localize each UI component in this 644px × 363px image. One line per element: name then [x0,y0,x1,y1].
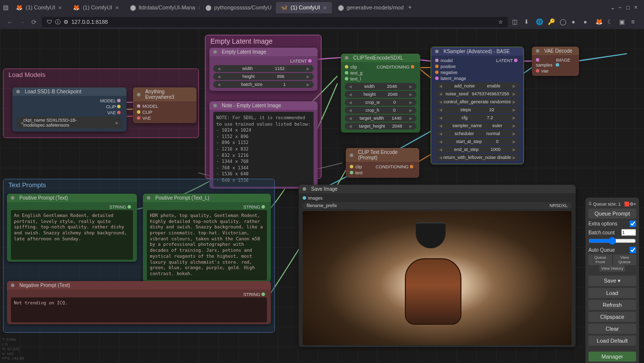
save-button[interactable]: Save ▾ [588,276,636,286]
width-widget[interactable]: ◀width1152▶ [213,65,314,72]
node-clip-sdxl[interactable]: CLIPTextEncodeSDXL clipCONDITIONING text… [341,54,420,133]
height-widget[interactable]: ◀height896▶ [213,73,314,80]
input-negative: negative [441,70,457,75]
node-clip-text-encode[interactable]: CLIP Text Encode (Prompt) clipCONDITIONI… [346,148,419,178]
close-icon[interactable]: × [323,4,327,11]
node-note[interactable]: Note - Empty Latent Image NOTE: For SDXL… [209,101,318,189]
app-menu-icon[interactable]: ▤ [3,4,10,11]
box-icon[interactable]: ▣ [619,18,626,25]
new-tab-icon[interactable]: + [408,4,415,11]
queue-front-button[interactable]: Queue Front [588,254,612,265]
output-cond: CONDITIONING [377,65,410,70]
param-return_with_leftover_noise[interactable]: ◀return_with_leftover_noisedisable▶ [435,154,519,161]
menu-icon[interactable]: ≡ [631,18,638,25]
minimize-icon[interactable]: − [618,4,625,11]
refresh-button[interactable]: Refresh [588,300,636,310]
close-icon[interactable]: × [407,4,407,11]
output-string: STRING [243,292,260,297]
tab-2[interactable]: 🦊(1) ComfyUI× [68,2,124,13]
info-icon: ⓘ [55,18,61,26]
auto-queue-checkbox[interactable] [630,247,636,253]
batch-widget[interactable]: ◀batch_size1▶ [213,81,314,88]
control-panel[interactable]: ⠿ Queue size: 1🟥⚙× Queue Prompt Extra op… [585,198,639,363]
node-save-image[interactable]: Save Image images filename_prefixNRSDXL [299,185,576,347]
manager-button[interactable]: Manager [588,352,636,362]
queue-size-row: ⠿ Queue size: 1🟥⚙× [588,201,636,208]
window-close-icon[interactable]: × [634,4,641,11]
github-icon[interactable]: ◯ [560,18,567,25]
tab-6[interactable]: ⬤generative-models/mod× [333,2,407,13]
batch-slider[interactable] [588,237,636,245]
param-scheduler[interactable]: ◀schedulernormal▶ [435,130,519,137]
globe-icon[interactable]: 🌐 [536,18,543,25]
node-positive-prompt[interactable]: Positive Prompt (Text) STRING An English… [7,194,137,262]
output-string: STRING [109,205,126,210]
node-positive-prompt-l[interactable]: Positive Prompt (Text_L) STRING HDR phot… [143,194,271,282]
extra-options-checkbox[interactable] [630,220,636,227]
node-title: Positive Prompt (Text) [19,195,68,201]
output-cond: CONDITIONING [376,164,409,169]
tab-3[interactable]: ⬤ltdrdata/ComfyUI-Mana× [125,2,199,13]
param-crop_h[interactable]: ◀crop_h0▶ [345,107,416,114]
prompt-text[interactable]: HDR photo, top quality, Gentleman Rodent… [147,210,267,280]
forward-icon[interactable]: → [18,18,26,26]
star-icon[interactable]: ☆ [498,19,503,25]
view-history-button[interactable]: View History [599,265,625,272]
param-crop_w[interactable]: ◀crop_w0▶ [345,99,416,106]
download-icon[interactable]: ⬇ [524,18,531,25]
moon-icon[interactable]: ☾ [607,18,614,25]
load-button[interactable]: Load [588,288,636,298]
view-queue-button[interactable]: View Queue [613,254,636,265]
load-default-button[interactable]: Load Default [588,336,636,346]
tab-4[interactable]: ⬤pythongosssss/ComfyU× [200,2,275,13]
close-icon[interactable]: × [58,4,62,11]
prompt-text[interactable]: Not trending on ICQ. [11,297,267,322]
clipspace-button[interactable]: Clipspace [588,312,636,322]
group-title: Text Prompts [3,179,274,191]
param-noise_seed[interactable]: ◀noise_seed947537469637258▶ [435,90,519,97]
node-negative-prompt[interactable]: Negative Prompt (Text) STRING Not trendi… [7,281,271,324]
circle-icon[interactable]: ● [572,18,579,25]
node-load-checkpoint[interactable]: Load SSD1-B Checkpoint MODEL CLIP VAE ◀c… [12,87,127,132]
close-icon[interactable]: × [115,4,119,11]
param-sampler_name[interactable]: ◀sampler_nameeuler▶ [435,122,519,129]
param-steps[interactable]: ◀steps22▶ [435,106,519,113]
param-start_at_step[interactable]: ◀start_at_step0▶ [435,138,519,145]
maximize-icon[interactable]: □ [626,4,633,11]
node-anything-everywhere[interactable]: Anything Everywhere3 MODEL CLIP VAE [133,87,196,123]
url-input[interactable]: 🛡 ⓘ ⚙ 127.0.0.1:8188 ☆ [42,17,508,27]
prompt-text[interactable]: An English Gentleman Rodent, detailed po… [11,210,133,260]
batch-count-input[interactable] [621,229,636,236]
param-control_after_generate[interactable]: ◀control_after_generaterandomize▶ [435,98,519,105]
node-vae-decode[interactable]: VAE Decode samplesIMAGE vae [532,47,579,76]
queue-prompt-button[interactable]: Queue Prompt [588,209,636,218]
chevron-down-icon[interactable]: ⌄ [610,4,617,11]
param-end_at_step[interactable]: ◀end_at_step1000▶ [435,146,519,153]
tab-1[interactable]: 🦊(1) ComfyUI× [11,2,67,13]
param-target_height[interactable]: ◀target_height2048▶ [345,123,416,130]
ckpt-name-widget[interactable]: ◀ckpt_name SDXL/SSD-1B-modelspec.safeten… [16,117,123,129]
circle2-icon[interactable]: ● [583,18,590,25]
clear-button[interactable]: Clear [588,324,636,334]
fox-icon[interactable]: 🦊 [595,18,602,25]
node-ksampler[interactable]: KSampler (Advanced) - BASE modelLATENT p… [431,47,524,164]
address-bar: ← → ⟳ 🛡 ⓘ ⚙ 127.0.0.1:8188 ☆ ◫ ⬇ 🌐 🔑 ◯ ●… [0,15,644,29]
back-icon[interactable]: ← [6,18,14,26]
param-cfg[interactable]: ◀cfg7.2▶ [435,114,519,121]
reload-icon[interactable]: ⟳ [30,18,38,26]
ext-icon[interactable]: ◫ [512,18,519,25]
close-icon[interactable]: × [198,4,199,11]
output-string: STRING [243,205,260,210]
browser-tabs: ▤ 🦊(1) ComfyUI× 🦊(1) ComfyUI× ⬤ltdrdata/… [0,0,644,15]
node-empty-latent[interactable]: Empty Latent Image LATENT ◀width1152▶ ◀h… [209,48,318,91]
group-title: Load Models [3,69,198,80]
param-height[interactable]: ◀height2048▶ [345,91,416,98]
param-add_noise[interactable]: ◀add_noiseenable▶ [435,82,519,89]
param-width[interactable]: ◀width2048▶ [345,83,416,90]
tab-5-active[interactable]: 🦋(1) ComfyUI× [276,2,332,13]
param-target_width[interactable]: ◀target_width1440▶ [345,115,416,122]
key-icon[interactable]: 🔑 [548,18,555,25]
node-canvas[interactable]: Load Models Load SSD1-B Checkpoint MODEL… [0,29,644,363]
output-image-preview [303,211,572,345]
filename-prefix-widget[interactable]: filename_prefixNRSDXL [303,202,572,209]
